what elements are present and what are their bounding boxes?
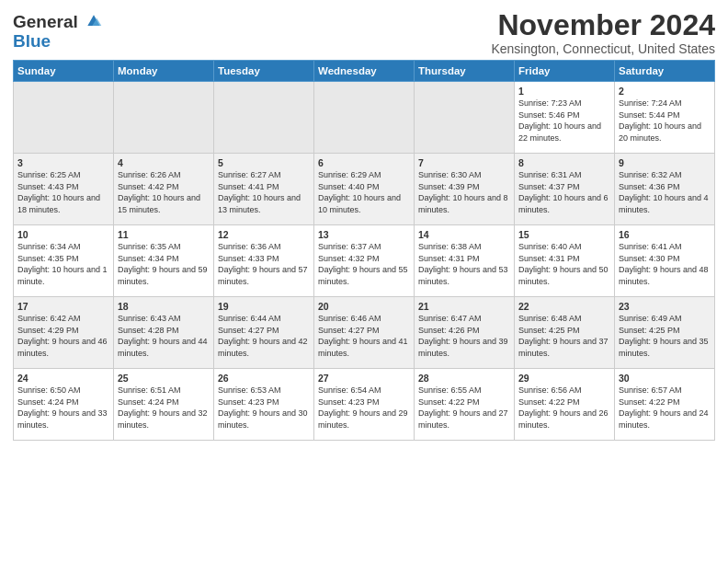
day-number: 26 [218,373,310,384]
day-info: Sunrise: 6:40 AM Sunset: 4:31 PM Dayligh… [518,241,610,287]
calendar-cell: 2Sunrise: 7:24 AM Sunset: 5:44 PM Daylig… [615,82,715,154]
calendar-cell: 27Sunrise: 6:54 AM Sunset: 4:23 PM Dayli… [314,369,415,441]
day-number: 27 [318,373,410,384]
calendar-week-row: 24Sunrise: 6:50 AM Sunset: 4:24 PM Dayli… [14,369,715,441]
day-number: 8 [518,157,610,168]
day-info: Sunrise: 6:48 AM Sunset: 4:25 PM Dayligh… [518,313,610,359]
day-number: 13 [318,229,410,240]
day-number: 18 [118,301,210,312]
calendar-week-row: 17Sunrise: 6:42 AM Sunset: 4:29 PM Dayli… [14,297,715,369]
day-number: 1 [518,86,610,97]
day-info: Sunrise: 6:31 AM Sunset: 4:37 PM Dayligh… [518,169,610,215]
calendar-cell: 8Sunrise: 6:31 AM Sunset: 4:37 PM Daylig… [515,154,615,225]
calendar-cell: 12Sunrise: 6:36 AM Sunset: 4:33 PM Dayli… [214,225,314,297]
calendar-cell: 14Sunrise: 6:38 AM Sunset: 4:31 PM Dayli… [415,225,515,297]
day-info: Sunrise: 7:24 AM Sunset: 5:44 PM Dayligh… [619,98,711,144]
calendar-cell: 21Sunrise: 6:47 AM Sunset: 4:26 PM Dayli… [415,297,515,369]
calendar-cell [415,82,515,154]
day-info: Sunrise: 6:29 AM Sunset: 4:40 PM Dayligh… [318,169,410,215]
day-number: 17 [17,301,109,312]
day-info: Sunrise: 6:47 AM Sunset: 4:26 PM Dayligh… [418,313,510,359]
day-info: Sunrise: 6:54 AM Sunset: 4:23 PM Dayligh… [318,385,410,431]
day-number: 29 [518,373,610,384]
calendar-week-row: 10Sunrise: 6:34 AM Sunset: 4:35 PM Dayli… [14,225,715,297]
calendar-cell: 25Sunrise: 6:51 AM Sunset: 4:24 PM Dayli… [114,369,214,441]
calendar-cell [214,82,314,154]
calendar-table: SundayMondayTuesdayWednesdayThursdayFrid… [13,60,715,441]
day-number: 20 [318,301,410,312]
calendar-cell [114,82,214,154]
calendar-cell: 19Sunrise: 6:44 AM Sunset: 4:27 PM Dayli… [214,297,314,369]
calendar-cell: 24Sunrise: 6:50 AM Sunset: 4:24 PM Dayli… [14,369,114,441]
weekday-header-row: SundayMondayTuesdayWednesdayThursdayFrid… [14,61,715,82]
day-number: 25 [118,373,210,384]
calendar-cell: 4Sunrise: 6:26 AM Sunset: 4:42 PM Daylig… [114,154,214,225]
calendar-cell: 23Sunrise: 6:49 AM Sunset: 4:25 PM Dayli… [615,297,715,369]
day-number: 28 [418,373,510,384]
calendar-cell: 5Sunrise: 6:27 AM Sunset: 4:41 PM Daylig… [214,154,314,225]
title-block: November 2024 Kensington, Connecticut, U… [491,9,715,56]
logo: General Blue [13,13,103,52]
calendar-cell: 11Sunrise: 6:35 AM Sunset: 4:34 PM Dayli… [114,225,214,297]
day-number: 15 [518,229,610,240]
day-info: Sunrise: 6:56 AM Sunset: 4:22 PM Dayligh… [518,385,610,431]
day-info: Sunrise: 6:50 AM Sunset: 4:24 PM Dayligh… [17,385,109,431]
day-info: Sunrise: 6:37 AM Sunset: 4:32 PM Dayligh… [318,241,410,287]
header: General Blue November 2024 Kensington, C… [13,9,715,56]
logo-blue: Blue [13,32,103,52]
day-number: 21 [418,301,510,312]
day-number: 22 [518,301,610,312]
day-info: Sunrise: 6:46 AM Sunset: 4:27 PM Dayligh… [318,313,410,359]
day-info: Sunrise: 6:32 AM Sunset: 4:36 PM Dayligh… [619,169,711,215]
day-info: Sunrise: 6:49 AM Sunset: 4:25 PM Dayligh… [619,313,711,359]
day-number: 14 [418,229,510,240]
day-number: 24 [17,373,109,384]
day-number: 5 [218,157,310,168]
calendar-cell: 30Sunrise: 6:57 AM Sunset: 4:22 PM Dayli… [615,369,715,441]
day-number: 2 [619,86,711,97]
day-number: 30 [619,373,711,384]
day-info: Sunrise: 6:53 AM Sunset: 4:23 PM Dayligh… [218,385,310,431]
weekday-header-wednesday: Wednesday [314,61,415,82]
calendar-cell: 6Sunrise: 6:29 AM Sunset: 4:40 PM Daylig… [314,154,415,225]
day-info: Sunrise: 6:41 AM Sunset: 4:30 PM Dayligh… [619,241,711,287]
weekday-header-sunday: Sunday [14,61,114,82]
calendar-cell: 13Sunrise: 6:37 AM Sunset: 4:32 PM Dayli… [314,225,415,297]
day-number: 6 [318,157,410,168]
day-info: Sunrise: 6:30 AM Sunset: 4:39 PM Dayligh… [418,169,510,215]
calendar-cell [14,82,114,154]
calendar-cell: 10Sunrise: 6:34 AM Sunset: 4:35 PM Dayli… [14,225,114,297]
calendar-cell [314,82,415,154]
day-info: Sunrise: 6:57 AM Sunset: 4:22 PM Dayligh… [619,385,711,431]
day-info: Sunrise: 6:51 AM Sunset: 4:24 PM Dayligh… [118,385,210,431]
day-number: 19 [218,301,310,312]
calendar-cell: 7Sunrise: 6:30 AM Sunset: 4:39 PM Daylig… [415,154,515,225]
calendar-cell: 17Sunrise: 6:42 AM Sunset: 4:29 PM Dayli… [14,297,114,369]
day-info: Sunrise: 6:55 AM Sunset: 4:22 PM Dayligh… [418,385,510,431]
calendar-week-row: 3Sunrise: 6:25 AM Sunset: 4:43 PM Daylig… [14,154,715,225]
weekday-header-saturday: Saturday [615,61,715,82]
logo-icon [85,12,103,30]
day-number: 11 [118,229,210,240]
day-number: 4 [118,157,210,168]
page-container: General Blue November 2024 Kensington, C… [0,0,728,448]
day-info: Sunrise: 6:38 AM Sunset: 4:31 PM Dayligh… [418,241,510,287]
weekday-header-friday: Friday [515,61,615,82]
calendar-cell: 22Sunrise: 6:48 AM Sunset: 4:25 PM Dayli… [515,297,615,369]
day-number: 23 [619,301,711,312]
calendar-cell: 1Sunrise: 7:23 AM Sunset: 5:46 PM Daylig… [515,82,615,154]
day-info: Sunrise: 6:44 AM Sunset: 4:27 PM Dayligh… [218,313,310,359]
day-info: Sunrise: 6:35 AM Sunset: 4:34 PM Dayligh… [118,241,210,287]
calendar-cell: 20Sunrise: 6:46 AM Sunset: 4:27 PM Dayli… [314,297,415,369]
calendar-week-row: 1Sunrise: 7:23 AM Sunset: 5:46 PM Daylig… [14,82,715,154]
day-info: Sunrise: 6:25 AM Sunset: 4:43 PM Dayligh… [17,169,109,215]
calendar-cell: 15Sunrise: 6:40 AM Sunset: 4:31 PM Dayli… [515,225,615,297]
day-info: Sunrise: 6:34 AM Sunset: 4:35 PM Dayligh… [17,241,109,287]
calendar-cell: 16Sunrise: 6:41 AM Sunset: 4:30 PM Dayli… [615,225,715,297]
month-title: November 2024 [491,9,715,41]
calendar-cell: 9Sunrise: 6:32 AM Sunset: 4:36 PM Daylig… [615,154,715,225]
day-number: 10 [17,229,109,240]
weekday-header-monday: Monday [114,61,214,82]
day-number: 9 [619,157,711,168]
calendar-cell: 3Sunrise: 6:25 AM Sunset: 4:43 PM Daylig… [14,154,114,225]
